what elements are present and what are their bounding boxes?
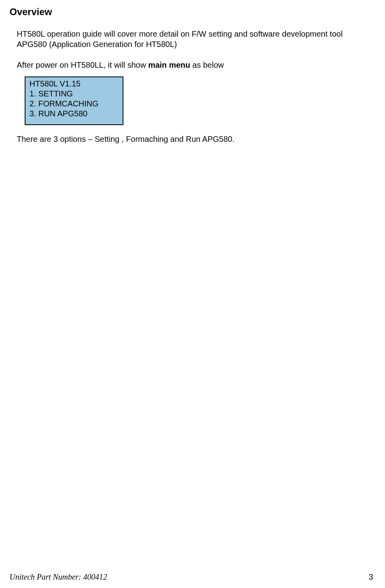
- menu-item-2: 2. FORMCACHING: [29, 99, 119, 109]
- poweron-prefix: After power on HT580LL, it will show: [17, 61, 148, 69]
- menu-item-1: 1. SETTING: [29, 89, 119, 99]
- main-menu-box: HT580L V1.15 1. SETTING 2. FORMCACHING 3…: [25, 76, 123, 125]
- poweron-bold: main menu: [148, 61, 190, 69]
- intro-paragraph: HT580L operation guide will cover more d…: [17, 29, 373, 49]
- footer: Unitech Part Number: 400412 3: [0, 572, 385, 582]
- footer-partnum: Unitech Part Number: 400412: [10, 572, 107, 582]
- page-content: Overview HT580L operation guide will cov…: [0, 0, 385, 144]
- section-heading: Overview: [10, 6, 373, 18]
- menu-title: HT580L V1.15: [29, 79, 119, 89]
- poweron-paragraph: After power on HT580LL, it will show mai…: [17, 60, 373, 70]
- page-number: 3: [369, 572, 373, 582]
- options-paragraph: There are 3 options – Setting , Formachi…: [17, 134, 373, 144]
- menu-item-3: 3. RUN APG580: [29, 109, 119, 119]
- poweron-suffix: as below: [190, 61, 224, 69]
